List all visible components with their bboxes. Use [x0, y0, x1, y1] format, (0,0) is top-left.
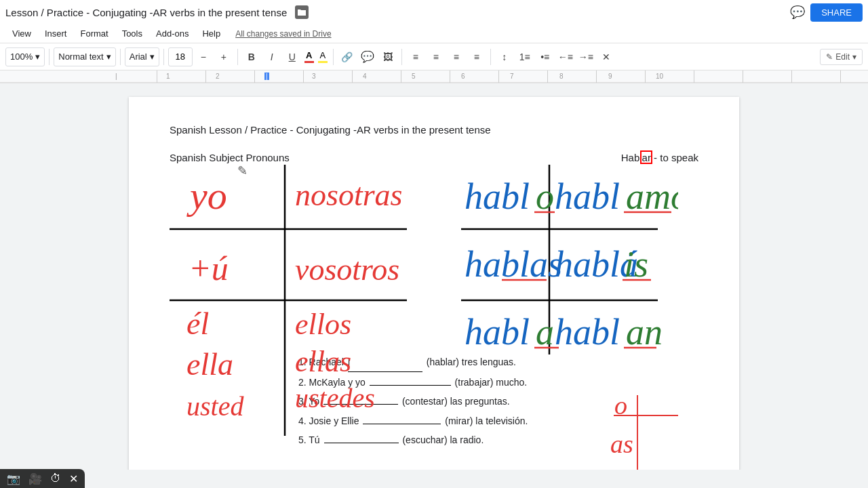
document-title: Spanish Lesson / Practice - Conjugating … [170, 124, 698, 136]
svg-text:✎: ✎ [237, 164, 248, 178]
svg-text:él: él [186, 306, 209, 341]
share-button[interactable]: SHARE [810, 3, 863, 22]
menu-format[interactable]: Format [73, 27, 115, 40]
timer-icon[interactable]: ⏱ [50, 472, 61, 485]
handwriting-svg: yo nosotras +ú vosotros él ella usted el… [149, 151, 678, 470]
align-right[interactable]: ≡ [447, 47, 466, 66]
svg-text:amos: amos [626, 176, 678, 217]
svg-text:is: is [624, 244, 648, 285]
separator-3 [163, 49, 164, 65]
changes-saved-text: All changes saved in Drive [235, 29, 331, 39]
svg-text:ustedes: ustedes [295, 383, 375, 413]
comment-button[interactable]: 💬 [358, 47, 377, 66]
svg-text:a: a [536, 312, 554, 352]
doc-title: Lesson / Practice - Conjugating -AR verb… [5, 7, 287, 18]
svg-text:usted: usted [186, 391, 244, 422]
underline-button[interactable]: U [283, 47, 302, 66]
svg-text:o: o [614, 391, 627, 420]
align-justify[interactable]: ≡ [467, 47, 486, 66]
comment-icon[interactable]: 💬 [790, 5, 805, 20]
increase-indent[interactable]: →≡ [576, 47, 595, 66]
menu-tools[interactable]: Tools [115, 27, 149, 40]
document-page[interactable]: Spanish Lesson / Practice - Conjugating … [129, 97, 739, 470]
font-size-input[interactable] [168, 47, 193, 66]
text-color-button[interactable]: A [303, 49, 315, 64]
separator-6 [401, 49, 402, 65]
link-button[interactable]: 🔗 [338, 47, 357, 66]
svg-text:+ú: +ú [189, 249, 229, 287]
svg-text:ellos: ellos [295, 308, 351, 341]
pencil-icon: ✎ [826, 52, 833, 62]
svg-text:an: an [626, 312, 663, 352]
folder-icon[interactable] [295, 5, 309, 19]
svg-text:nosotras: nosotras [295, 178, 402, 212]
separator-2 [120, 49, 121, 65]
svg-text:as: as [610, 430, 633, 458]
bold-button[interactable]: B [242, 47, 261, 66]
separator-4 [237, 49, 238, 65]
camera-icon[interactable]: 📷 [7, 472, 20, 485]
decrease-indent[interactable]: ←≡ [556, 47, 575, 66]
close-icon[interactable]: ✕ [69, 472, 78, 485]
font-size-increase[interactable]: + [214, 47, 233, 66]
document-area: Spanish Lesson / Practice - Conjugating … [0, 83, 868, 470]
style-chevron: ▾ [106, 52, 111, 62]
font-size-decrease[interactable]: − [194, 47, 213, 66]
edit-chevron: ▾ [852, 52, 856, 62]
font-dropdown[interactable]: Arial ▾ [125, 47, 159, 66]
video-icon[interactable]: 🎥 [28, 472, 42, 485]
svg-text:ellas: ellas [295, 345, 351, 378]
svg-text:habl: habl [465, 176, 530, 217]
clear-formatting[interactable]: ✕ [597, 47, 616, 66]
italic-button[interactable]: I [262, 47, 281, 66]
svg-text:habl: habl [555, 176, 620, 217]
menu-help[interactable]: Help [195, 27, 227, 40]
text-style-dropdown[interactable]: Normal text ▾ [54, 47, 115, 66]
numbered-list[interactable]: 1≡ [515, 47, 534, 66]
separator-1 [49, 49, 50, 65]
svg-text:habl: habl [465, 312, 530, 352]
separator-7 [490, 49, 491, 65]
svg-text:hablas: hablas [465, 244, 562, 285]
separator-5 [333, 49, 334, 65]
svg-text:habl: habl [555, 312, 620, 352]
svg-text:yo: yo [186, 174, 227, 218]
svg-text:o: o [536, 176, 554, 217]
svg-text:ella: ella [186, 347, 233, 382]
highlight-color-button[interactable]: A [317, 49, 329, 64]
font-chevron: ▾ [150, 52, 155, 62]
edit-mode[interactable]: ✎ Edit ▾ [820, 49, 863, 65]
ruler: | 1 2 | 3 4 5 6 7 8 9 10 [0, 70, 868, 83]
image-button[interactable]: 🖼 [378, 47, 397, 66]
line-spacing[interactable]: ↕ [495, 47, 514, 66]
menu-addons[interactable]: Add-ons [149, 27, 195, 40]
zoom-dropdown[interactable]: 100% ▾ [5, 47, 45, 66]
menu-insert[interactable]: Insert [38, 27, 74, 40]
bottom-bar: 📷 🎥 ⏱ ✕ [0, 469, 85, 488]
align-center[interactable]: ≡ [427, 47, 446, 66]
zoom-chevron: ▾ [35, 52, 40, 62]
align-left[interactable]: ≡ [406, 47, 425, 66]
bullet-list[interactable]: •≡ [536, 47, 555, 66]
menu-view[interactable]: View [5, 27, 38, 40]
svg-text:vosotros: vosotros [295, 252, 399, 287]
